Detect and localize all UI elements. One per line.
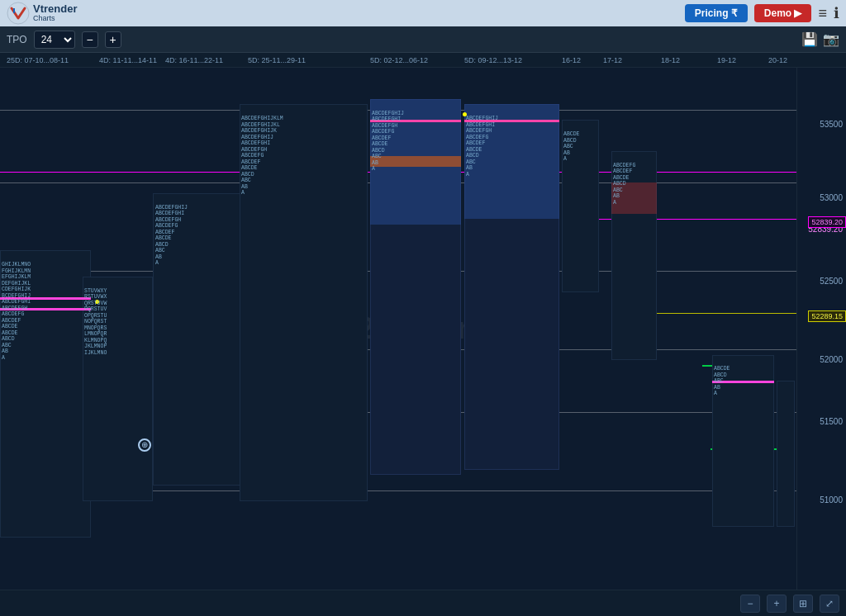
zoom-in-button[interactable]: + [767, 595, 787, 613]
toolbar-right: 💾 📷 [801, 31, 839, 47]
fit-button[interactable]: ⤢ [820, 595, 839, 613]
tpo-label: TPO [7, 34, 27, 45]
bottom-toolbar: − + ⊞ ⤢ [0, 590, 846, 616]
chart-area[interactable]: © 2024 Vtrender C 535005300052839.205250… [0, 68, 846, 590]
camera-button[interactable]: 📷 [823, 31, 839, 47]
interval-select[interactable]: 24 12 48 [34, 31, 75, 49]
tpo-block-18-12-upper [777, 381, 795, 527]
date-label: 5D: 25-11...29-11 [248, 56, 306, 64]
demo-button[interactable]: Demo ▶ [754, 4, 812, 22]
date-label: 16-12 [562, 56, 581, 64]
profile-magenta-row-3 [0, 297, 91, 300]
price-label-53500: 53500 [820, 120, 843, 129]
info-icon-button[interactable]: ℹ [834, 4, 839, 22]
profile-magenta-row-4 [0, 308, 91, 310]
tpo-block-4d-2 [153, 193, 252, 486]
price-label-52500: 52500 [820, 277, 843, 286]
header-bar: Vtrender Charts Pricing ₹ Demo ▶ ≡ ℹ [0, 0, 846, 26]
date-label: 4D: 11-11...14-11 [99, 56, 157, 64]
logo-name: Vtrender [33, 3, 77, 15]
logo-icon [7, 2, 30, 25]
red-highlight-17-12 [611, 182, 657, 214]
crosshair-icon: ⊕ [138, 438, 151, 452]
logo-sub: Charts [33, 15, 77, 23]
tpo-block-25d [0, 250, 91, 538]
profile-magenta-row-1 [370, 120, 461, 122]
price-label-53000: 53000 [820, 193, 843, 202]
poc-5d-2-highlight [370, 156, 461, 167]
logo-text: Vtrender Charts [33, 3, 77, 23]
yellow-dot-2 [463, 112, 467, 116]
date-label: 18-12 [661, 56, 680, 64]
tpo-block-4d-1 [83, 277, 153, 501]
price-axis: 535005300052839.205250052289.15520005150… [796, 68, 846, 590]
header-right: Pricing ₹ Demo ▶ ≡ ℹ [685, 4, 839, 22]
grid-button[interactable]: ⊞ [793, 595, 813, 613]
minus-button[interactable]: − [82, 31, 98, 48]
price-label-51500: 51500 [820, 417, 843, 426]
tpo-block-16-12 [562, 120, 599, 292]
price-tag-52839: 52839.20 [808, 216, 846, 228]
menu-icon-button[interactable]: ≡ [818, 5, 827, 22]
price-label-51000: 51000 [820, 495, 843, 505]
pricing-button[interactable]: Pricing ₹ [685, 4, 748, 22]
logo-area: Vtrender Charts [7, 2, 77, 25]
date-label: 25D: 07-10...08-11 [7, 56, 69, 64]
date-label: 5D: 02-12...06-12 [370, 56, 428, 64]
date-label: 19-12 [717, 56, 736, 64]
date-bar: 25D: 07-10...08-114D: 11-11...14-114D: 1… [0, 53, 846, 68]
date-label: 5D: 09-12...13-12 [464, 56, 522, 64]
plus-button[interactable]: + [105, 31, 121, 48]
profile-magenta-row-5 [712, 381, 774, 383]
save-button[interactable]: 💾 [801, 31, 818, 47]
date-label: 4D: 16-11...22-11 [165, 56, 223, 64]
date-label: 20-12 [768, 56, 787, 64]
price-label-52000: 52000 [820, 355, 843, 364]
chart-toolbar: TPO 24 12 48 − + 💾 📷 [0, 26, 846, 53]
zoom-out-button[interactable]: − [740, 595, 760, 613]
tpo-block-5d-1 [240, 104, 368, 500]
svg-point-0 [7, 2, 29, 24]
price-tag-52289: 52289.15 [808, 310, 846, 322]
profile-magenta-row-2 [464, 120, 559, 122]
date-label: 17-12 [603, 56, 622, 64]
